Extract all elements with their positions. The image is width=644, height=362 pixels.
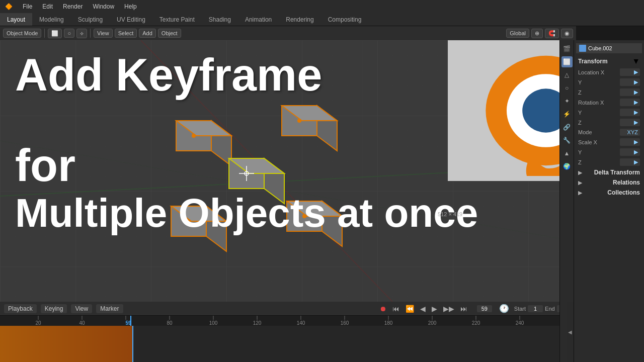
select-circle-tool[interactable]: ○: [64, 29, 74, 38]
svg-point-29: [302, 214, 306, 218]
svg-text:20: 20: [35, 320, 41, 326]
object-icon: [579, 45, 586, 52]
panel-icon-physics[interactable]: ⚡: [561, 109, 573, 120]
location-y-label: Y: [578, 79, 582, 85]
proportional-edit[interactable]: ◉: [561, 29, 573, 38]
tab-animation[interactable]: Animation: [238, 13, 279, 26]
current-frame-value[interactable]: 59: [477, 305, 492, 312]
rotation-z-value[interactable]: ▶: [620, 119, 640, 126]
transform-pivot[interactable]: ⊕: [531, 29, 543, 38]
location-z-field: Z ▶: [576, 87, 642, 97]
view-menu-timeline[interactable]: View: [71, 304, 92, 313]
add-menu[interactable]: Add: [139, 29, 156, 38]
panel-icon-object[interactable]: ⬜: [561, 56, 573, 67]
menu-file[interactable]: File: [18, 2, 37, 11]
object-menu[interactable]: Object: [158, 29, 181, 38]
mode-selector[interactable]: Object Mode: [3, 29, 41, 38]
tab-uv-editing[interactable]: UV Editing: [110, 13, 152, 26]
playhead-line: [132, 326, 133, 362]
mode-value[interactable]: XYZ: [620, 129, 640, 136]
scale-z-value[interactable]: ▶: [620, 158, 640, 166]
panel-icon-modifiers[interactable]: 🔧: [561, 135, 573, 146]
tab-shading[interactable]: Shading: [202, 13, 238, 26]
playback-menu[interactable]: Playback: [4, 304, 37, 313]
rotation-x-field: Rotation X ▶: [576, 98, 642, 107]
record-btn[interactable]: ⏺: [378, 305, 388, 313]
panel-icon-material[interactable]: ○: [561, 82, 573, 94]
select-menu[interactable]: Select: [115, 29, 137, 38]
delta-transform-arrow: ▶: [578, 169, 582, 176]
start-label: Start: [514, 306, 526, 312]
svg-text:200: 200: [428, 320, 437, 326]
play-btn[interactable]: ▶: [430, 305, 439, 313]
scale-y-value[interactable]: ▶: [620, 148, 640, 156]
select-lasso-tool[interactable]: ⟡: [76, 29, 87, 38]
select-box-tool[interactable]: ⬜: [48, 29, 62, 38]
menu-window[interactable]: Window: [88, 2, 119, 11]
step-forward-btn[interactable]: ▶▶: [442, 305, 456, 313]
mode-label: Mode: [578, 129, 592, 135]
delta-transform-title: Delta Transform: [594, 169, 640, 176]
tab-sculpting[interactable]: Sculpting: [71, 13, 110, 26]
svg-text:220: 220: [472, 320, 480, 326]
tab-rendering[interactable]: Rendering: [279, 13, 320, 26]
svg-text:140: 140: [297, 320, 305, 326]
panel-icon-world[interactable]: 🌍: [561, 161, 573, 172]
timeline-collapse-btn[interactable]: ◀: [567, 302, 574, 362]
transform-header[interactable]: Transform ▼: [576, 55, 642, 67]
panel-icon-scene[interactable]: 🎬: [561, 43, 573, 54]
step-back-btn[interactable]: ◀: [419, 305, 427, 313]
rotation-z-field: Z ▶: [576, 118, 642, 127]
svg-text:100: 100: [209, 320, 218, 326]
top-menubar: 🔶 File Edit Render Window Help: [0, 0, 644, 13]
divider-1: [44, 29, 45, 38]
tab-texture-paint[interactable]: Texture Paint: [152, 13, 202, 26]
delta-transform-header[interactable]: ▶ Delta Transform: [576, 167, 642, 177]
timeline-controls: ⏺ ⏮ ⏪ ◀ ▶ ▶▶ ⏭ 59 🕐 Start 1 End 250: [378, 304, 572, 313]
panel-icon-particles[interactable]: ✦: [561, 96, 573, 107]
transform-section: Transform ▼ Location X ▶ Y ▶ Z ▶ Rotatio…: [576, 55, 642, 167]
menu-help[interactable]: Help: [119, 2, 142, 11]
location-x-value[interactable]: ▶: [620, 68, 640, 76]
view-menu[interactable]: View: [94, 29, 113, 38]
location-z-label: Z: [578, 89, 582, 96]
rotation-x-value[interactable]: ▶: [620, 99, 640, 106]
jump-end-btn[interactable]: ⏭: [459, 305, 469, 313]
rotation-y-value[interactable]: ▶: [620, 109, 640, 116]
collections-title: Collections: [607, 189, 640, 196]
resolution-badge: 512 × 419: [438, 211, 462, 217]
keying-menu[interactable]: Keying: [41, 304, 67, 313]
scale-x-value[interactable]: ▶: [620, 138, 640, 146]
collections-header[interactable]: ▶ Collections: [576, 188, 642, 198]
global-transform[interactable]: Global: [506, 29, 529, 38]
svg-text:120: 120: [253, 320, 262, 326]
panel-icon-constraints[interactable]: 🔗: [561, 122, 573, 133]
cubes-scene: [126, 80, 468, 302]
svg-text:80: 80: [167, 320, 173, 326]
collections-arrow: ▶: [578, 190, 582, 196]
object-name: Cube.002: [588, 45, 612, 51]
panel-icon-mesh[interactable]: △: [561, 69, 573, 80]
timeline-collapse-icon: ◀: [568, 329, 572, 335]
frame-controls: 59: [477, 305, 492, 312]
tab-compositing[interactable]: Compositing: [321, 13, 369, 26]
menu-edit[interactable]: Edit: [37, 2, 58, 11]
menu-render[interactable]: Render: [58, 2, 88, 11]
panel-icon-object-data[interactable]: ▲: [561, 148, 573, 159]
snap-toggle[interactable]: 🧲: [545, 29, 559, 38]
menu-blender[interactable]: 🔶: [0, 2, 18, 11]
rotation-mode-field: Mode XYZ: [576, 128, 642, 137]
timeline-tracks[interactable]: [0, 326, 576, 362]
play-back-btn[interactable]: ⏪: [404, 305, 416, 313]
start-value[interactable]: 1: [528, 305, 543, 312]
location-y-value[interactable]: ▶: [620, 78, 640, 86]
location-z-value[interactable]: ▶: [620, 88, 640, 96]
transform-title: Transform: [578, 58, 608, 65]
svg-text:40: 40: [79, 320, 85, 326]
relations-header[interactable]: ▶ Relations: [576, 177, 642, 188]
relations-arrow: ▶: [578, 179, 582, 186]
tab-modeling[interactable]: Modeling: [32, 13, 71, 26]
jump-start-btn[interactable]: ⏮: [391, 305, 401, 313]
tab-layout[interactable]: Layout: [0, 13, 32, 26]
marker-menu[interactable]: Marker: [96, 304, 123, 313]
